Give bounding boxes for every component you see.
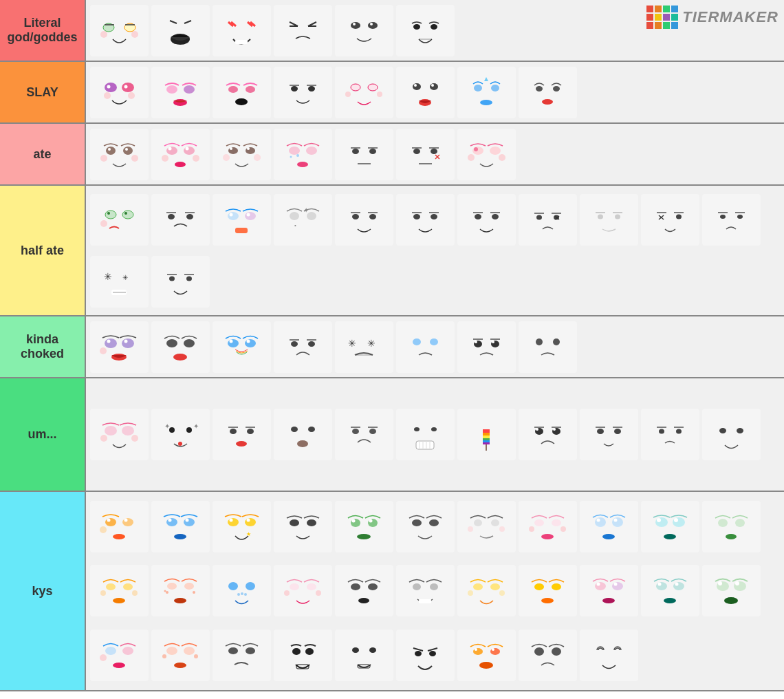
face-item[interactable] xyxy=(274,321,332,373)
face-item[interactable] xyxy=(702,501,761,552)
face-item[interactable] xyxy=(641,565,699,616)
face-item[interactable] xyxy=(151,256,210,308)
face-item[interactable] xyxy=(90,630,149,681)
face-item[interactable] xyxy=(457,194,516,246)
svg-point-171 xyxy=(430,338,438,345)
face-item[interactable] xyxy=(457,501,516,552)
face-item[interactable] xyxy=(396,194,455,246)
tier-content-kinda-choked: ✳ ✳ xyxy=(86,316,784,377)
face-item[interactable] xyxy=(90,321,149,373)
face-item[interactable] xyxy=(335,129,393,180)
face-item[interactable] xyxy=(151,501,210,552)
tier-row-um: um... ✦ ✦ xyxy=(0,378,784,492)
face-item[interactable] xyxy=(151,321,210,373)
face-item[interactable] xyxy=(335,409,393,460)
face-item[interactable] xyxy=(702,194,761,246)
face-item[interactable] xyxy=(457,321,516,373)
face-item[interactable] xyxy=(396,565,455,616)
svg-point-239 xyxy=(184,518,195,526)
face-item[interactable] xyxy=(702,409,761,460)
face-item[interactable] xyxy=(213,630,271,681)
face-item[interactable] xyxy=(90,5,149,56)
face-item[interactable]: ✦ • xyxy=(274,194,332,246)
svg-point-266 xyxy=(595,517,606,527)
face-item[interactable] xyxy=(274,630,332,681)
face-item[interactable] xyxy=(580,565,638,616)
face-item[interactable] xyxy=(274,409,332,460)
face-item[interactable] xyxy=(457,630,516,681)
face-item[interactable] xyxy=(396,129,455,180)
face-item[interactable] xyxy=(213,129,271,180)
face-item[interactable] xyxy=(519,409,577,460)
svg-point-312 xyxy=(595,582,606,590)
svg-point-335 xyxy=(174,663,186,668)
face-item[interactable] xyxy=(213,194,271,246)
face-item[interactable] xyxy=(213,67,271,118)
face-item[interactable] xyxy=(396,501,455,552)
face-item[interactable] xyxy=(151,630,210,681)
face-item[interactable] xyxy=(335,67,393,118)
face-item[interactable] xyxy=(274,565,332,616)
face-item[interactable] xyxy=(90,129,149,180)
face-item[interactable] xyxy=(457,67,516,118)
face-item[interactable] xyxy=(396,630,455,681)
face-item[interactable] xyxy=(580,501,638,552)
svg-point-240 xyxy=(168,519,172,522)
face-item[interactable] xyxy=(396,321,455,373)
svg-point-308 xyxy=(499,590,505,596)
face-item[interactable] xyxy=(213,5,271,56)
face-item[interactable]: ★ xyxy=(213,501,271,552)
face-item[interactable] xyxy=(151,565,210,616)
face-item[interactable] xyxy=(90,409,149,460)
face-item[interactable] xyxy=(580,630,638,681)
face-item[interactable] xyxy=(396,5,455,56)
svg-point-27 xyxy=(166,85,177,94)
face-item[interactable] xyxy=(274,67,332,118)
face-item[interactable] xyxy=(519,630,577,681)
face-item[interactable] xyxy=(274,501,332,552)
face-item[interactable] xyxy=(213,409,271,460)
face-item[interactable] xyxy=(335,5,393,56)
face-item[interactable] xyxy=(90,67,149,118)
svg-point-22 xyxy=(122,83,134,92)
face-item[interactable] xyxy=(335,630,393,681)
face-item[interactable] xyxy=(335,565,393,616)
face-item[interactable] xyxy=(151,129,210,180)
face-item[interactable] xyxy=(641,501,699,552)
face-item[interactable] xyxy=(457,129,516,180)
face-item[interactable] xyxy=(641,409,699,460)
face-item[interactable] xyxy=(519,194,577,246)
face-item[interactable]: ✳ ✳ xyxy=(335,321,393,373)
face-item[interactable] xyxy=(335,501,393,552)
face-item[interactable] xyxy=(335,194,393,246)
face-item[interactable] xyxy=(151,5,210,56)
face-item[interactable] xyxy=(519,501,577,552)
face-item[interactable] xyxy=(519,321,577,373)
svg-point-310 xyxy=(552,583,561,590)
tier-label-kys: kys xyxy=(0,492,86,690)
face-item[interactable] xyxy=(274,5,332,56)
svg-point-19 xyxy=(431,24,437,30)
face-item[interactable] xyxy=(519,565,577,616)
face-item[interactable] xyxy=(641,194,699,246)
svg-point-309 xyxy=(534,583,544,590)
face-item[interactable] xyxy=(90,565,149,616)
face-item[interactable] xyxy=(396,67,455,118)
face-item[interactable] xyxy=(580,409,638,460)
face-item[interactable] xyxy=(396,409,455,460)
face-item[interactable] xyxy=(519,67,577,118)
face-item[interactable] xyxy=(151,67,210,118)
face-item[interactable] xyxy=(90,194,149,246)
face-item[interactable] xyxy=(457,409,516,460)
face-item[interactable] xyxy=(151,194,210,246)
face-item[interactable]: ✦ ✦ xyxy=(151,409,210,460)
face-item[interactable] xyxy=(580,194,638,246)
face-item[interactable] xyxy=(274,129,332,180)
svg-point-179 xyxy=(553,338,560,345)
face-item[interactable] xyxy=(213,321,271,373)
face-item[interactable] xyxy=(90,501,149,552)
face-item[interactable]: ✳ ✳ xyxy=(90,256,149,308)
face-item[interactable] xyxy=(457,565,516,616)
face-item[interactable] xyxy=(213,565,271,616)
face-item[interactable] xyxy=(702,565,761,616)
